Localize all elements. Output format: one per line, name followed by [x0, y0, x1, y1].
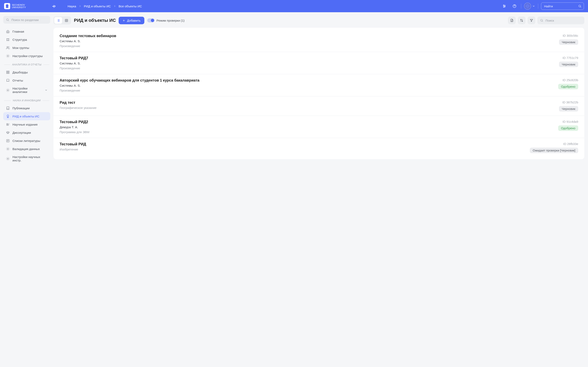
logo[interactable]: SECHENOV UNIVERSITY — [4, 3, 26, 9]
item-author: Системы A. S. — [60, 62, 88, 65]
svg-rect-21 — [65, 19, 68, 22]
filter-button[interactable] — [527, 17, 535, 24]
sidebar-item-reports[interactable]: Отчеты — [3, 76, 50, 84]
add-button-label: Добавить — [127, 19, 140, 22]
item-title: Тестовый РИД — [60, 142, 86, 146]
item-title: Создание тестовых вебинаров — [60, 34, 116, 38]
page-title: РИД и объекты ИС — [74, 18, 116, 23]
list-item[interactable]: Рид тестГеографическое указаниеID 387b22… — [53, 96, 584, 116]
item-type: Произведение — [60, 89, 199, 92]
sidebar-item-journals[interactable]: Научные издания — [3, 120, 50, 128]
chevron-right-icon — [113, 5, 116, 8]
home-icon — [6, 30, 9, 33]
item-id: ID 25c820b — [562, 78, 578, 82]
search-icon — [6, 18, 9, 21]
review-mode-toggle[interactable] — [147, 18, 155, 22]
sidebar-item-structure-settings[interactable]: Настройки структуры — [3, 52, 50, 60]
sort-button[interactable] — [518, 17, 526, 24]
gear-icon — [6, 147, 9, 151]
pin-button[interactable] — [51, 3, 57, 9]
help-button[interactable] — [511, 2, 518, 10]
status-badge: Черновик — [559, 39, 578, 45]
books-icon — [6, 123, 9, 126]
search-icon — [540, 19, 543, 22]
list-item[interactable]: Тестовый РИД2Демура Т. А.Программа для Э… — [53, 116, 584, 138]
item-id: ID 28fb33e — [563, 142, 578, 146]
sidebar-item-groups[interactable]: Мои группы — [3, 44, 50, 52]
review-mode-label: Режим проверки (1) — [156, 19, 185, 22]
list-item[interactable]: Тестовый РИДИзобретениеID 28fb33eОжидает… — [53, 138, 584, 157]
sidebar-item-science-settings[interactable]: Настройки научных инстр. — [3, 153, 50, 164]
svg-point-6 — [7, 38, 7, 39]
item-type: Географическое указание — [60, 106, 96, 109]
toolbar: РИД и объекты ИС Добавить Режим проверки… — [53, 16, 584, 25]
plus-icon — [122, 19, 125, 22]
svg-point-22 — [541, 19, 543, 21]
global-search-input[interactable] — [541, 2, 584, 10]
chevron-right-icon — [79, 5, 81, 8]
header: SECHENOV UNIVERSITY Наука РИД и объекты … — [0, 0, 588, 12]
sidebar-item-analytics-settings[interactable]: Настройки аналитики — [3, 84, 50, 96]
sidebar-item-dissertations[interactable]: Диссертации — [3, 128, 50, 137]
list-item[interactable]: Тестовый РИД7Системы A. S.ПроизведениеID… — [53, 52, 584, 74]
item-title: Тестовый РИД2 — [60, 120, 89, 124]
list-item[interactable]: Авторский курс обучающих вебинаров для с… — [53, 74, 584, 96]
svg-point-10 — [7, 47, 8, 48]
breadcrumb: Наука РИД и объекты ИС Все объекты ИС — [68, 4, 142, 8]
sidebar-section-analytics: АНАЛИТИКА И ОТЧЕТЫ — [3, 60, 50, 68]
item-type: Изобретение — [60, 148, 86, 151]
gear-icon — [6, 88, 9, 92]
item-title: Авторский курс обучающих вебинаров для с… — [60, 78, 199, 83]
svg-rect-14 — [7, 72, 8, 73]
list-search-input[interactable] — [537, 17, 584, 24]
view-list-button[interactable] — [54, 17, 62, 24]
svg-point-16 — [7, 90, 8, 91]
sidebar-item-label: Диссертации — [12, 131, 31, 134]
item-id: ID 7751c79 — [562, 56, 578, 59]
view-table-button[interactable] — [62, 17, 70, 24]
structure-icon — [6, 38, 9, 42]
svg-point-19 — [7, 149, 8, 149]
sidebar-search-input[interactable] — [3, 16, 50, 24]
sidebar-item-label: Отчеты — [12, 79, 23, 82]
logo-icon — [4, 3, 10, 9]
svg-point-20 — [7, 158, 8, 159]
chevron-down-icon — [45, 89, 48, 92]
breadcrumb-item[interactable]: Наука — [68, 4, 76, 8]
sidebar-item-label: Публикации — [12, 106, 30, 110]
users-icon — [6, 46, 9, 50]
add-button[interactable]: Добавить — [119, 17, 144, 24]
sidebar-item-structure[interactable]: Структура — [3, 35, 50, 44]
sidebar-item-label: Настройки аналитики — [12, 87, 42, 94]
item-type: Программа для ЭВМ — [60, 130, 89, 134]
view-toggle — [53, 16, 71, 25]
sidebar-item-validation[interactable]: Валидация данных — [3, 145, 50, 153]
avatar — [524, 3, 531, 9]
status-badge: Одобрено — [558, 125, 578, 131]
export-button[interactable] — [508, 17, 516, 24]
user-menu[interactable] — [524, 3, 535, 9]
list-item[interactable]: Создание тестовых вебинаровСистемы A. S.… — [53, 30, 584, 52]
sidebar-item-rid[interactable]: РИД и объекты ИС — [3, 112, 50, 120]
svg-point-0 — [503, 5, 504, 6]
sidebar-item-label: Настройки научных инстр. — [12, 155, 48, 162]
sidebar-item-label: РИД и объекты ИС — [12, 115, 39, 118]
sidebar-item-references[interactable]: Списки литературы — [3, 137, 50, 145]
sidebar-item-label: Валидация данных — [12, 147, 40, 151]
status-badge: Одобрено — [558, 84, 578, 89]
settings-sliders-button[interactable] — [501, 2, 508, 10]
sidebar-item-home[interactable]: Главная — [3, 27, 50, 35]
graduation-icon — [6, 131, 9, 134]
breadcrumb-item[interactable]: Все объекты ИС — [119, 4, 142, 8]
award-icon — [6, 114, 9, 118]
sidebar-item-label: Настройки структуры — [12, 54, 43, 58]
main-content: РИД и объекты ИС Добавить Режим проверки… — [53, 12, 588, 367]
breadcrumb-item[interactable]: РИД и объекты ИС — [84, 4, 111, 8]
item-id: ID 91c4da9 — [562, 120, 578, 123]
gear-icon — [6, 157, 9, 160]
dashboard-icon — [6, 70, 9, 74]
status-badge: Ожидает проверки [Черновик] — [530, 148, 578, 153]
sidebar-item-label: Списки литературы — [12, 139, 40, 142]
sidebar-item-publications[interactable]: Публикации — [3, 104, 50, 112]
sidebar-item-dashboards[interactable]: Дашборды — [3, 68, 50, 76]
